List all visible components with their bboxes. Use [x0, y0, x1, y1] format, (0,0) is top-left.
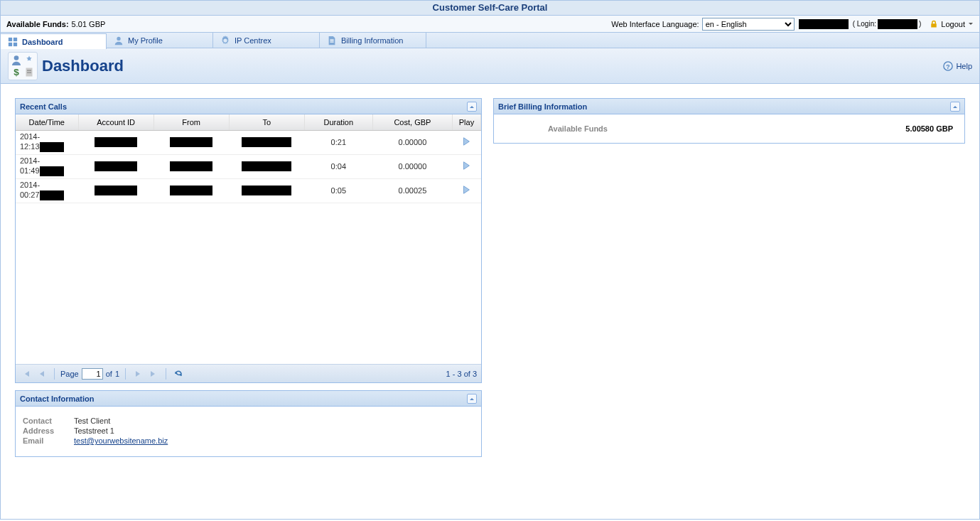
billing-funds-value: 5.00580 GBP — [905, 124, 953, 133]
svg-text:?: ? — [947, 63, 950, 70]
cell-play — [452, 130, 480, 154]
available-funds-value: 5.01 GBP — [72, 20, 106, 28]
table-row[interactable]: 2014-01:49 0:04 0.00000 — [16, 154, 481, 178]
table-row[interactable]: 2014-12:13 0:21 0.00000 — [16, 130, 481, 154]
col-duration[interactable]: Duration — [304, 114, 372, 130]
pager-last-button[interactable] — [147, 367, 160, 380]
cell-account-id — [78, 154, 154, 178]
pager-prev-button[interactable] — [36, 367, 48, 380]
svg-rect-8 — [27, 70, 31, 70]
svg-point-4 — [117, 36, 120, 40]
tab-dashboard-label: Dashboard — [22, 38, 63, 46]
tab-my-profile[interactable]: My Profile — [107, 33, 213, 48]
pager-page-input[interactable] — [82, 368, 103, 380]
lock-icon — [930, 20, 938, 28]
help-label: Help — [956, 62, 972, 70]
address-label: Address — [23, 426, 74, 435]
recent-calls-title: Recent Calls — [20, 102, 67, 111]
pager-refresh-button[interactable] — [172, 367, 185, 380]
cell-duration: 0:05 — [304, 178, 372, 203]
svg-rect-2 — [9, 42, 12, 45]
cell-datetime: 2014-12:13 — [16, 130, 78, 154]
tab-billing-info-label: Billing Information — [341, 36, 403, 45]
collapse-button[interactable] — [950, 102, 960, 112]
contact-info-title: Contact Information — [20, 394, 95, 403]
dashboard-icon — [8, 37, 18, 47]
contact-value: Test Client — [74, 417, 110, 425]
pager-next-button[interactable] — [131, 367, 144, 380]
help-link[interactable]: ? Help — [943, 61, 972, 71]
tab-ip-centrex[interactable]: IP Centrex — [213, 33, 320, 48]
content-area: Recent Calls Date/Time Account ID From — [0, 84, 980, 520]
pager-of-label: of — [106, 370, 112, 378]
document-icon — [327, 36, 337, 45]
play-button[interactable] — [461, 136, 471, 146]
cell-account-id — [78, 178, 154, 203]
pagination-bar: Page of 1 1 - 3 of 3 — [16, 364, 481, 382]
email-link[interactable]: test@yourwebsitename.biz — [74, 436, 168, 445]
play-button[interactable] — [461, 161, 471, 171]
recent-calls-table: Date/Time Account ID From To Duration Co… — [16, 114, 481, 203]
logout-link[interactable]: Logout — [930, 20, 974, 28]
contact-label: Contact — [23, 417, 74, 425]
cell-to — [229, 178, 304, 203]
cell-to — [229, 154, 304, 178]
pager-status: 1 - 3 of 3 — [446, 370, 477, 378]
svg-rect-0 — [9, 37, 12, 41]
cell-account-id — [78, 130, 154, 154]
address-value: Teststreet 1 — [74, 426, 114, 435]
pager-page-label: Page — [60, 370, 79, 378]
col-to[interactable]: To — [229, 114, 304, 130]
tab-ip-centrex-label: IP Centrex — [235, 36, 271, 45]
collapse-button[interactable] — [467, 102, 477, 112]
language-label: Web Interface Language: — [611, 20, 699, 28]
recent-calls-header: Recent Calls — [16, 99, 481, 114]
brief-billing-title: Brief Billing Information — [498, 102, 587, 111]
cell-duration: 0:21 — [304, 130, 372, 154]
dashboard-large-icon: $ — [8, 52, 38, 80]
brief-billing-header: Brief Billing Information — [494, 99, 964, 114]
pager-first-button[interactable] — [20, 367, 33, 380]
svg-text:$: $ — [14, 67, 19, 77]
email-label: Email — [23, 436, 74, 445]
cell-from — [154, 130, 229, 154]
cell-to — [229, 130, 304, 154]
dropdown-caret-icon — [968, 21, 974, 27]
col-from[interactable]: From — [154, 114, 229, 130]
login-label-close: ) — [919, 20, 921, 28]
cell-cost: 0.00000 — [372, 154, 452, 178]
tab-billing-info[interactable]: Billing Information — [320, 33, 426, 48]
table-row[interactable]: 2014-00:27 0:05 0.00025 — [16, 178, 481, 203]
page-header: $ Dashboard ? Help — [0, 48, 980, 84]
cell-play — [452, 154, 480, 178]
col-account-id[interactable]: Account ID — [78, 114, 154, 130]
login-value-redacted — [878, 19, 917, 29]
pager-of-value: 1 — [115, 370, 119, 378]
cell-datetime: 2014-01:49 — [16, 154, 78, 178]
play-button[interactable] — [461, 185, 471, 195]
available-funds-label: Available Funds: — [6, 20, 69, 28]
tab-dashboard[interactable]: Dashboard — [0, 33, 107, 49]
cell-play — [452, 178, 480, 203]
login-label-open: ( Login: — [853, 20, 876, 28]
contact-info-panel: Contact Information Contact Test Client … — [15, 390, 482, 457]
contact-info-header: Contact Information — [16, 391, 481, 407]
cell-cost: 0.00025 — [372, 178, 452, 203]
logout-label: Logout — [941, 20, 965, 28]
language-select[interactable]: en - English — [702, 18, 795, 31]
col-datetime[interactable]: Date/Time — [16, 114, 78, 130]
col-play[interactable]: Play — [452, 114, 480, 130]
svg-rect-1 — [14, 37, 17, 41]
col-cost[interactable]: Cost, GBP — [372, 114, 452, 130]
profile-icon — [114, 36, 124, 45]
svg-rect-3 — [14, 42, 17, 45]
collapse-button[interactable] — [467, 394, 477, 404]
svg-rect-9 — [27, 72, 31, 72]
recent-calls-panel: Recent Calls Date/Time Account ID From — [15, 98, 482, 383]
page-title: Dashboard — [42, 57, 124, 75]
billing-funds-label: Available Funds — [548, 124, 608, 133]
cell-cost: 0.00000 — [372, 130, 452, 154]
top-toolbar: Available Funds: 5.01 GBP Web Interface … — [0, 16, 980, 33]
tab-my-profile-label: My Profile — [128, 36, 163, 45]
svg-point-5 — [14, 55, 19, 60]
